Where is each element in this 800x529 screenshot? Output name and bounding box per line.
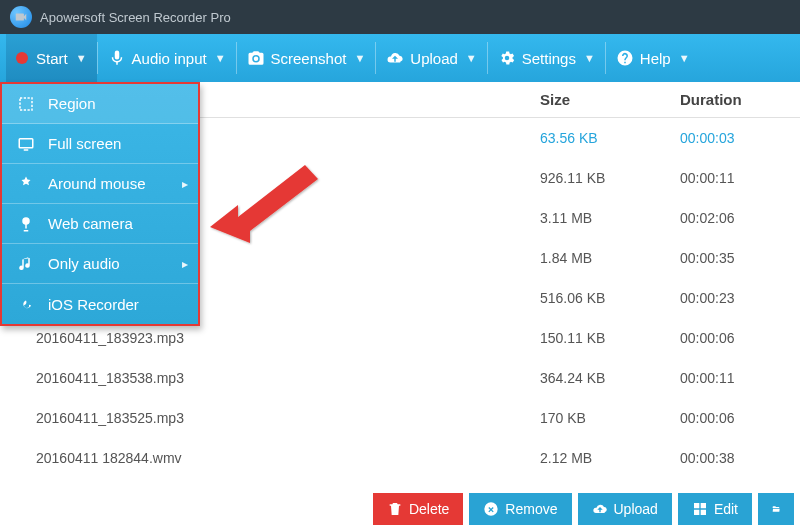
remove-button[interactable]: Remove	[469, 493, 571, 525]
dropdown-item-label: Web camera	[48, 215, 133, 232]
table-row[interactable]: 20160411_183525.mp3170 KB00:00:06	[0, 398, 800, 438]
dropdown-item-label: Region	[48, 95, 96, 112]
cell-size: 150.11 KB	[540, 330, 680, 346]
audio-label: Audio input	[132, 50, 207, 67]
cell-size: 364.24 KB	[540, 370, 680, 386]
cell-size: 1.84 MB	[540, 250, 680, 266]
edit-button[interactable]: Edit	[678, 493, 752, 525]
start-dropdown-menu: RegionFull screenAround mouse▸Web camera…	[0, 82, 200, 326]
gear-icon	[498, 49, 516, 67]
svg-rect-0	[20, 98, 32, 110]
open-folder-button[interactable]	[758, 493, 794, 525]
cell-file: 20160411 182844.wmv	[0, 450, 540, 466]
chevron-down-icon: ▼	[215, 52, 226, 64]
dropdown-item-icon	[16, 294, 36, 314]
screenshot-button[interactable]: Screenshot ▼	[237, 34, 376, 82]
cell-duration: 00:00:11	[680, 370, 800, 386]
cell-duration: 00:00:06	[680, 410, 800, 426]
remove-icon	[483, 501, 499, 517]
help-button[interactable]: Help ▼	[606, 34, 700, 82]
svg-rect-1	[19, 138, 33, 147]
table-row[interactable]: 20160411 182844.wmv2.12 MB00:00:38	[0, 438, 800, 478]
dropdown-item-icon	[16, 134, 36, 154]
col-header-duration[interactable]: Duration	[680, 91, 800, 108]
dropdown-item-icon	[16, 214, 36, 234]
dropdown-item-around-mouse[interactable]: Around mouse▸	[2, 164, 198, 204]
chevron-down-icon: ▼	[76, 52, 87, 64]
svg-rect-2	[24, 149, 29, 151]
cell-duration: 00:00:03	[680, 130, 800, 146]
chevron-right-icon: ▸	[182, 177, 188, 191]
cell-size: 3.11 MB	[540, 210, 680, 226]
cell-duration: 00:00:38	[680, 450, 800, 466]
cell-duration: 00:02:06	[680, 210, 800, 226]
cell-duration: 00:00:23	[680, 290, 800, 306]
dropdown-item-label: Only audio	[48, 255, 120, 272]
camera-icon	[247, 49, 265, 67]
dropdown-item-web-camera[interactable]: Web camera	[2, 204, 198, 244]
dropdown-item-ios-recorder[interactable]: iOS Recorder	[2, 284, 198, 324]
dropdown-item-region[interactable]: Region	[2, 84, 198, 124]
help-icon	[616, 49, 634, 67]
cell-file: 20160411_183923.mp3	[0, 330, 540, 346]
folder-open-icon	[772, 501, 780, 517]
main-toolbar: Start ▼ Audio input ▼ Screenshot ▼ Uploa…	[0, 34, 800, 82]
cell-duration: 00:00:11	[680, 170, 800, 186]
audio-input-button[interactable]: Audio input ▼	[98, 34, 236, 82]
app-logo-icon	[10, 6, 32, 28]
dropdown-item-label: iOS Recorder	[48, 296, 139, 313]
screenshot-label: Screenshot	[271, 50, 347, 67]
cloud-upload-icon	[592, 501, 608, 517]
cell-size: 170 KB	[540, 410, 680, 426]
settings-button[interactable]: Settings ▼	[488, 34, 605, 82]
upload-bottom-label: Upload	[614, 501, 658, 517]
cell-duration: 00:00:35	[680, 250, 800, 266]
content-area: Size Duration 63.56 KB00:00:03vn926.11 K…	[0, 82, 800, 489]
dropdown-item-icon	[16, 174, 36, 194]
dropdown-item-label: Around mouse	[48, 175, 146, 192]
app-title: Apowersoft Screen Recorder Pro	[40, 10, 231, 25]
cell-duration: 00:00:06	[680, 330, 800, 346]
edit-icon	[692, 501, 708, 517]
cell-size: 516.06 KB	[540, 290, 680, 306]
col-header-size[interactable]: Size	[540, 91, 680, 108]
dropdown-item-label: Full screen	[48, 135, 121, 152]
cell-size: 926.11 KB	[540, 170, 680, 186]
delete-button[interactable]: Delete	[373, 493, 463, 525]
upload-bottom-button[interactable]: Upload	[578, 493, 672, 525]
delete-label: Delete	[409, 501, 449, 517]
cell-file: 20160411_183525.mp3	[0, 410, 540, 426]
chevron-down-icon: ▼	[679, 52, 690, 64]
settings-label: Settings	[522, 50, 576, 67]
cell-size: 63.56 KB	[540, 130, 680, 146]
cell-size: 2.12 MB	[540, 450, 680, 466]
chevron-down-icon: ▼	[354, 52, 365, 64]
table-row[interactable]: 20160411_183538.mp3364.24 KB00:00:11	[0, 358, 800, 398]
cloud-upload-icon	[386, 49, 404, 67]
svg-point-3	[23, 218, 29, 224]
mic-icon	[108, 49, 126, 67]
chevron-right-icon: ▸	[182, 257, 188, 271]
dropdown-item-only-audio[interactable]: Only audio▸	[2, 244, 198, 284]
trash-icon	[387, 501, 403, 517]
dropdown-item-icon	[16, 254, 36, 274]
help-label: Help	[640, 50, 671, 67]
titlebar: Apowersoft Screen Recorder Pro	[0, 0, 800, 34]
start-button[interactable]: Start ▼	[6, 34, 97, 82]
dropdown-item-full-screen[interactable]: Full screen	[2, 124, 198, 164]
upload-button[interactable]: Upload ▼	[376, 34, 486, 82]
edit-label: Edit	[714, 501, 738, 517]
chevron-down-icon: ▼	[466, 52, 477, 64]
chevron-down-icon: ▼	[584, 52, 595, 64]
remove-label: Remove	[505, 501, 557, 517]
record-dot-icon	[16, 52, 28, 64]
upload-label: Upload	[410, 50, 458, 67]
bottom-bar: Delete Remove Upload Edit	[0, 489, 800, 529]
dropdown-item-icon	[16, 94, 36, 114]
cell-file: 20160411_183538.mp3	[0, 370, 540, 386]
start-label: Start	[36, 50, 68, 67]
